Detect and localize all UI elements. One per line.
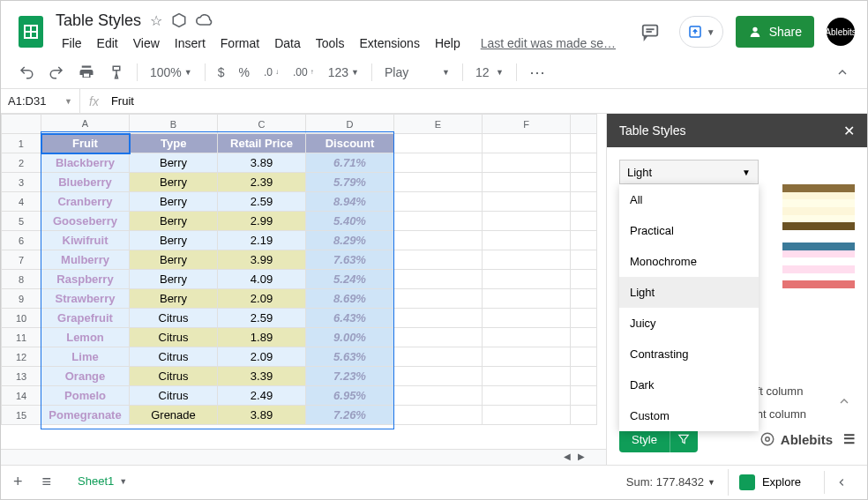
explore-button[interactable]: Explore xyxy=(728,469,812,496)
cell[interactable] xyxy=(394,250,483,270)
cell[interactable] xyxy=(571,250,597,270)
cell[interactable] xyxy=(483,270,571,289)
style-thumbnail[interactable] xyxy=(782,184,855,230)
doc-title[interactable]: Table Styles xyxy=(56,11,141,30)
row-header[interactable]: 11 xyxy=(2,328,41,347)
sheets-logo[interactable] xyxy=(13,14,49,49)
row-header[interactable]: 7 xyxy=(2,250,41,270)
cell[interactable]: Grenade xyxy=(130,406,218,425)
menu-tools[interactable]: Tools xyxy=(310,34,351,53)
sum-display[interactable]: Sum: 177.8432▼ xyxy=(626,475,715,489)
cell[interactable]: Grapefruit xyxy=(41,309,130,328)
cell[interactable]: 2.19 xyxy=(218,231,306,250)
cell[interactable]: 7.26% xyxy=(306,406,394,425)
cell[interactable]: Berry xyxy=(130,231,218,250)
number-format-select[interactable]: 123 ▼ xyxy=(323,62,364,83)
cell[interactable]: 5.40% xyxy=(306,212,394,231)
avatar[interactable]: Ablebits xyxy=(827,18,855,46)
formula-input[interactable]: Fruit xyxy=(108,94,138,108)
cell[interactable] xyxy=(394,309,483,328)
cell[interactable]: Cranberry xyxy=(41,192,130,212)
cell[interactable] xyxy=(394,212,483,231)
cell[interactable]: Strawberry xyxy=(41,289,130,309)
col-header[interactable]: C xyxy=(218,115,306,134)
cell[interactable]: 8.29% xyxy=(306,231,394,250)
last-edit-link[interactable]: Last edit was made se… xyxy=(475,34,622,53)
cell[interactable] xyxy=(571,386,597,406)
horizontal-scrollbar[interactable]: ◀▶ xyxy=(1,449,606,465)
present-button[interactable]: ▼ xyxy=(679,16,723,48)
cell[interactable]: Pomegranate xyxy=(41,406,130,425)
col-header[interactable]: E xyxy=(394,115,483,134)
cell[interactable] xyxy=(571,367,597,386)
cell[interactable]: Berry xyxy=(130,212,218,231)
cell[interactable] xyxy=(571,192,597,212)
decimal-increase-button[interactable]: .00↑ xyxy=(288,63,319,82)
cell[interactable] xyxy=(394,173,483,192)
cell[interactable]: Berry xyxy=(130,270,218,289)
row-header[interactable]: 1 xyxy=(2,134,41,153)
cell[interactable]: 4.09 xyxy=(218,270,306,289)
cell[interactable]: Retail Price xyxy=(218,134,306,153)
undo-icon[interactable] xyxy=(13,61,40,84)
col-header[interactable]: A xyxy=(41,115,130,134)
cell[interactable] xyxy=(571,328,597,347)
add-sheet-icon[interactable]: + xyxy=(10,469,26,495)
menu-option[interactable]: Juicy xyxy=(619,308,759,339)
cell[interactable]: 5.24% xyxy=(306,270,394,289)
cell[interactable] xyxy=(394,406,483,425)
menu-extensions[interactable]: Extensions xyxy=(353,34,425,53)
cell[interactable]: 8.94% xyxy=(306,192,394,212)
cell[interactable]: 5.63% xyxy=(306,347,394,367)
row-header[interactable]: 5 xyxy=(2,212,41,231)
cell[interactable]: 3.89 xyxy=(218,406,306,425)
cell[interactable]: 6.95% xyxy=(306,386,394,406)
cell[interactable] xyxy=(483,406,571,425)
cell[interactable]: 2.99 xyxy=(218,212,306,231)
cell[interactable]: Gooseberry xyxy=(41,212,130,231)
cell[interactable] xyxy=(571,347,597,367)
menu-format[interactable]: Format xyxy=(214,34,266,53)
cell[interactable]: Berry xyxy=(130,250,218,270)
cell[interactable]: Citrus xyxy=(130,347,218,367)
cloud-icon[interactable] xyxy=(196,14,213,26)
cell[interactable]: Citrus xyxy=(130,309,218,328)
cell[interactable]: 8.69% xyxy=(306,289,394,309)
cell[interactable]: 2.59 xyxy=(218,309,306,328)
cell[interactable] xyxy=(483,367,571,386)
cell[interactable]: 7.23% xyxy=(306,367,394,386)
select-all-corner[interactable] xyxy=(2,115,41,134)
cell[interactable] xyxy=(394,153,483,173)
menu-insert[interactable]: Insert xyxy=(168,34,212,53)
cell[interactable] xyxy=(483,250,571,270)
cell[interactable] xyxy=(483,173,571,192)
menu-view[interactable]: View xyxy=(127,34,166,53)
cell[interactable]: Type xyxy=(130,134,218,153)
cell[interactable]: Berry xyxy=(130,192,218,212)
cell[interactable] xyxy=(571,231,597,250)
cell[interactable] xyxy=(483,231,571,250)
row-header[interactable]: 3 xyxy=(2,173,41,192)
more-toolbar-icon[interactable]: ⋯ xyxy=(524,59,552,86)
cell[interactable] xyxy=(483,386,571,406)
cell[interactable] xyxy=(571,270,597,289)
collapse-toolbar-icon[interactable] xyxy=(830,62,855,83)
decimal-decrease-button[interactable]: .0↓ xyxy=(258,63,284,82)
menu-data[interactable]: Data xyxy=(268,34,307,53)
cell[interactable]: 2.09 xyxy=(218,347,306,367)
menu-file[interactable]: File xyxy=(56,34,88,53)
font-select[interactable]: Play▼ xyxy=(379,62,455,83)
cell[interactable]: Citrus xyxy=(130,328,218,347)
cell[interactable]: 2.59 xyxy=(218,192,306,212)
cell[interactable]: Pomelo xyxy=(41,386,130,406)
font-size-select[interactable]: 12▼ xyxy=(470,62,509,83)
cell[interactable]: Blackberry xyxy=(41,153,130,173)
row-header[interactable]: 10 xyxy=(2,309,41,328)
style-thumbnail[interactable] xyxy=(782,243,855,288)
row-header[interactable]: 8 xyxy=(2,270,41,289)
cell[interactable] xyxy=(394,386,483,406)
cell[interactable]: Raspberry xyxy=(41,270,130,289)
cell[interactable] xyxy=(571,406,597,425)
cell[interactable] xyxy=(483,153,571,173)
currency-button[interactable]: $ xyxy=(213,62,230,83)
